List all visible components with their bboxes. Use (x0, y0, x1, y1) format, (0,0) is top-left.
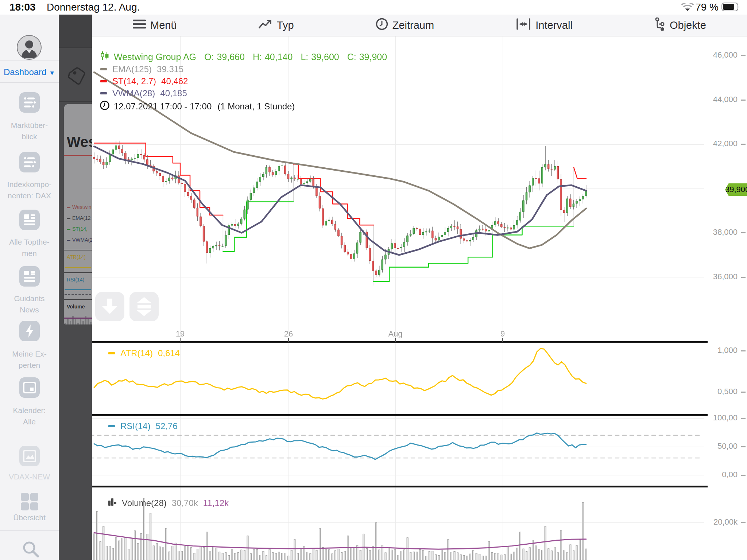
legend-low-value: 39,600 (311, 52, 339, 62)
dimmed-panel-header (59, 15, 92, 47)
atr-axis-label: 0,500 (706, 387, 738, 396)
interval-icon (516, 18, 531, 32)
sidebar-item-kalender-alle[interactable] (0, 377, 59, 399)
battery-percent: 79 % (695, 1, 719, 13)
legend-period-info: (1 Monat, 1 Stunde) (217, 101, 295, 112)
toolbar-objects-button[interactable]: Objekte (654, 18, 706, 33)
atr-panel-canvas[interactable] (92, 343, 704, 414)
axis-tick (741, 277, 746, 278)
sidebar-item-indexkomponenten-dax[interactable] (0, 152, 59, 174)
axis-tick (741, 350, 746, 351)
sidebar-item-label: Suche (0, 559, 59, 560)
axis-tick (741, 446, 746, 447)
volume-legend[interactable]: Volume(28) 30,70k 11,12k (108, 498, 229, 509)
panel-separator[interactable] (92, 486, 708, 487)
legend-close-value: 39,900 (359, 52, 387, 62)
bolt-icon (19, 321, 40, 341)
sidebar-item-label: Marktüber-blick (0, 120, 59, 142)
panel-separator[interactable] (92, 414, 708, 416)
axis-tick (741, 392, 746, 393)
chart-type-icon (259, 19, 272, 32)
download-chart-button[interactable] (95, 292, 124, 321)
x-axis-label: 9 (500, 329, 505, 339)
expand-panels-button[interactable] (129, 292, 159, 321)
x-axis-label: 26 (284, 329, 293, 339)
legend-ema-row[interactable]: EMA(125) 39,315 (100, 64, 183, 74)
mini-chart-widget[interactable]: Wes WestwinEMA(12ST(14, VWMA(2 ATR(14) R… (64, 104, 92, 324)
rsi-legend[interactable]: RSI(14) 52,76 (108, 421, 178, 431)
volume-value: 30,70k (172, 498, 198, 508)
grid-icon (19, 491, 40, 512)
bar-chart-icon (108, 498, 117, 509)
legend-symbol-row[interactable]: Westwing Group AG O:39,660 H:40,140 L:39… (100, 51, 387, 63)
rsi-swatch-icon (108, 425, 115, 427)
toolbar-interval-button[interactable]: Intervall (516, 18, 573, 32)
toolbar-menu-button[interactable]: Menü (133, 19, 177, 32)
sidebar-item-uebersicht[interactable] (0, 491, 59, 513)
avatar[interactable] (17, 35, 42, 60)
clock-icon (100, 101, 109, 112)
news-icon (19, 266, 40, 287)
x-axis-tick (502, 338, 503, 342)
search-icon (20, 539, 39, 557)
sidebar-item-guidants-news[interactable] (0, 266, 59, 288)
legend-st-value: 40,462 (161, 76, 188, 86)
toolbar-period-button[interactable]: Zeitraum (376, 18, 434, 33)
rsi-label: RSI(14) (120, 421, 151, 431)
legend-period-row: 12.07.2021 17:00 - 17:00 (1 Monat, 1 Stu… (100, 101, 295, 112)
status-bar: 18:03 Donnerstag 12. Aug. 79 % (0, 0, 747, 15)
rsi-axis-label: 100,00 (706, 413, 738, 423)
mini-legend-row: VWMA(2 (67, 237, 92, 243)
sidebar-item-vdax-new[interactable] (0, 446, 59, 468)
x-axis-tick (180, 338, 181, 342)
mini-legend-row: Westwin (67, 204, 92, 210)
mini-rsi-dashed (65, 294, 91, 295)
price-axis-label: 44,000 (706, 95, 738, 104)
axis-tick (741, 418, 746, 419)
dashboard-selector[interactable]: Dashboard ▼ (0, 67, 59, 77)
rsi-panel-canvas[interactable] (92, 416, 704, 486)
toolbar-type-button[interactable]: Typ (259, 19, 294, 32)
atr-legend[interactable]: ATR(14) 0,614 (108, 348, 180, 358)
toolbar-menu-label: Menü (150, 19, 177, 31)
x-axis-tick (288, 338, 289, 342)
tag-icon (66, 66, 87, 88)
axis-tick (741, 55, 746, 56)
mini-rsi-label: RSI(14) (67, 277, 84, 283)
dashboard-label: Dashboard (4, 67, 46, 77)
mini-volume-bars (64, 315, 92, 324)
wifi-icon (681, 3, 694, 14)
mini-legend-row: ST(14, (67, 226, 88, 232)
legend-vwma-row[interactable]: VWMA(28) 40,185 (100, 88, 187, 98)
guidants-app: 18:03 Donnerstag 12. Aug. 79 % Dashboard… (0, 0, 747, 560)
atr-value: 0,614 (158, 348, 180, 358)
dimmed-dashboard-strip: Wes WestwinEMA(12ST(14, VWMA(2 ATR(14) R… (59, 15, 92, 560)
rsi-value: 52,76 (156, 421, 178, 431)
legend-st-row[interactable]: ST(14, 2.7) 40,462 (100, 76, 188, 86)
price-axis-label: 36,000 (706, 272, 738, 281)
chevron-down-icon: ▼ (49, 70, 55, 77)
clock-icon (376, 18, 388, 33)
sidebar-item-marktueberblick[interactable] (0, 92, 59, 114)
price-axis-label: 46,000 (706, 50, 738, 60)
divider (0, 530, 59, 531)
mini-widget-title: Wes (67, 134, 92, 150)
panel-separator[interactable] (92, 341, 708, 343)
ema-swatch-icon (100, 68, 107, 70)
toolbar-objects-label: Objekte (670, 19, 706, 31)
volume-axis-label: 20,00k (706, 517, 738, 527)
calendar-icon (19, 377, 40, 398)
sidebar-item-alle-topthemen[interactable] (0, 210, 59, 232)
divider (0, 61, 59, 61)
x-axis-label: Aug (388, 329, 402, 339)
legend-period-text: 12.07.2021 17:00 - 17:00 (114, 101, 212, 112)
sidebar-item-label: Kalender:Alle (0, 405, 59, 427)
price-axis-label: 42,000 (706, 139, 738, 148)
legend-open-value: 39,660 (217, 52, 244, 62)
last-price-badge: 39,900 (725, 183, 747, 196)
mini-atr-line (65, 267, 91, 268)
sidebar-item-meine-experten[interactable] (0, 321, 59, 343)
axis-tick (741, 144, 746, 145)
mini-legend-row: EMA(12 (67, 215, 91, 221)
sidebar-item-suche[interactable] (0, 539, 59, 560)
